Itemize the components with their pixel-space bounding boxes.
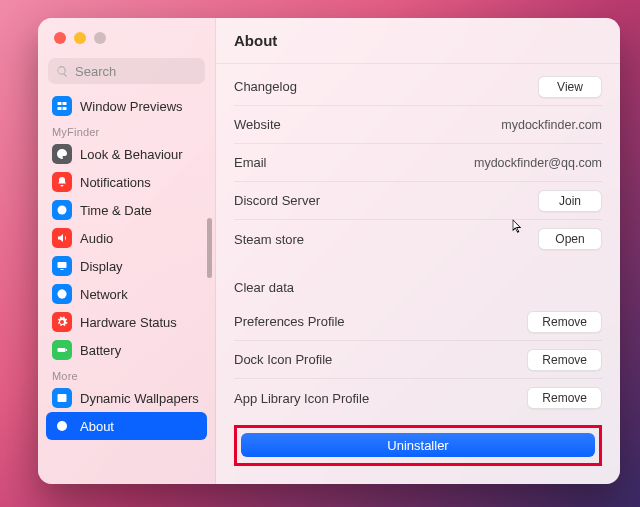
sidebar-item-label: Window Previews — [80, 99, 183, 114]
windows-icon — [52, 96, 72, 116]
remove-button[interactable]: Remove — [527, 349, 602, 371]
clear-row-dock-icon-profile: Dock Icon ProfileRemove — [234, 341, 602, 379]
svg-rect-1 — [63, 102, 67, 105]
remove-button[interactable]: Remove — [527, 311, 602, 333]
svg-rect-14 — [62, 423, 63, 424]
uninstaller-highlight: Uninstaller — [234, 425, 602, 466]
scrollbar-thumb[interactable] — [207, 218, 212, 278]
sidebar-item-notifications[interactable]: Notifications — [46, 168, 207, 196]
sidebar-item-label: Battery — [80, 343, 121, 358]
svg-rect-13 — [62, 425, 63, 429]
open-button[interactable]: Open — [538, 228, 602, 250]
sidebar-item-label: Look & Behaviour — [80, 147, 183, 162]
svg-rect-8 — [58, 348, 66, 352]
gear-icon — [52, 312, 72, 332]
clear-data-heading: Clear data — [234, 272, 602, 303]
close-icon[interactable] — [54, 32, 66, 44]
svg-rect-3 — [63, 107, 67, 110]
paint-icon — [52, 144, 72, 164]
bell-icon — [52, 172, 72, 192]
window-controls — [38, 18, 215, 54]
sidebar-item-label: Audio — [80, 231, 113, 246]
info-icon — [52, 416, 72, 436]
about-content: ChangelogViewWebsitemydockfinder.comEmai… — [216, 64, 620, 484]
clear-row-preferences-profile: Preferences ProfileRemove — [234, 303, 602, 341]
about-row-email: Emailmydockfinder@qq.com — [234, 144, 602, 182]
sidebar-group-label: More — [46, 364, 207, 384]
sidebar-item-label: About — [80, 419, 114, 434]
sidebar-item-look-behaviour[interactable]: Look & Behaviour — [46, 140, 207, 168]
sidebar-item-display[interactable]: Display — [46, 252, 207, 280]
zoom-icon[interactable] — [94, 32, 106, 44]
svg-rect-6 — [61, 269, 64, 270]
sidebar-item-label: Dynamic Wallpapers — [80, 391, 199, 406]
image-icon — [52, 388, 72, 408]
about-row-website: Websitemydockfinder.com — [234, 106, 602, 144]
svg-rect-9 — [66, 349, 67, 351]
uninstaller-button[interactable]: Uninstaller — [241, 433, 595, 457]
svg-rect-0 — [58, 102, 62, 105]
row-label: Website — [234, 117, 501, 132]
remove-button[interactable]: Remove — [527, 387, 602, 409]
sidebar-item-window-previews[interactable]: Window Previews — [46, 92, 207, 120]
clear-row-app-library-icon-profile: App Library Icon ProfileRemove — [234, 379, 602, 417]
join-button[interactable]: Join — [538, 190, 602, 212]
sidebar-item-label: Notifications — [80, 175, 151, 190]
row-label: App Library Icon Profile — [234, 391, 527, 406]
search-input[interactable]: Search — [48, 58, 205, 84]
sidebar-item-time-date[interactable]: Time & Date — [46, 196, 207, 224]
battery-icon — [52, 340, 72, 360]
svg-rect-5 — [58, 262, 67, 268]
row-label: Preferences Profile — [234, 314, 527, 329]
display-icon — [52, 256, 72, 276]
row-value: mydockfinder@qq.com — [474, 156, 602, 170]
sidebar: Search Window PreviewsMyFinderLook & Beh… — [38, 18, 216, 484]
row-value: mydockfinder.com — [501, 118, 602, 132]
row-label: Discord Server — [234, 193, 538, 208]
sidebar-item-label: Time & Date — [80, 203, 152, 218]
preferences-window: Search Window PreviewsMyFinderLook & Beh… — [38, 18, 620, 484]
sidebar-item-label: Display — [80, 259, 123, 274]
clock-icon — [52, 200, 72, 220]
page-title: About — [216, 18, 620, 64]
about-row-changelog: ChangelogView — [234, 68, 602, 106]
row-label: Email — [234, 155, 474, 170]
sidebar-group-label: MyFinder — [46, 120, 207, 140]
row-label: Steam store — [234, 232, 538, 247]
sidebar-item-label: Network — [80, 287, 128, 302]
about-row-steam-store: Steam storeOpen — [234, 220, 602, 258]
sidebar-item-battery[interactable]: Battery — [46, 336, 207, 364]
minimize-icon[interactable] — [74, 32, 86, 44]
globe-icon — [52, 284, 72, 304]
row-label: Changelog — [234, 79, 538, 94]
row-label: Dock Icon Profile — [234, 352, 527, 367]
search-placeholder: Search — [75, 64, 116, 79]
svg-point-11 — [60, 396, 62, 398]
sidebar-item-about[interactable]: About — [46, 412, 207, 440]
sidebar-item-hardware-status[interactable]: Hardware Status — [46, 308, 207, 336]
sidebar-item-network[interactable]: Network — [46, 280, 207, 308]
sidebar-item-label: Hardware Status — [80, 315, 177, 330]
svg-rect-2 — [58, 107, 62, 110]
sidebar-item-dynamic-wallpapers[interactable]: Dynamic Wallpapers — [46, 384, 207, 412]
search-icon — [56, 65, 69, 78]
sidebar-item-audio[interactable]: Audio — [46, 224, 207, 252]
about-row-discord-server: Discord ServerJoin — [234, 182, 602, 220]
sidebar-list: Window PreviewsMyFinderLook & BehaviourN… — [38, 92, 215, 484]
sound-icon — [52, 228, 72, 248]
view-button[interactable]: View — [538, 76, 602, 98]
main-panel: About ChangelogViewWebsitemydockfinder.c… — [216, 18, 620, 484]
